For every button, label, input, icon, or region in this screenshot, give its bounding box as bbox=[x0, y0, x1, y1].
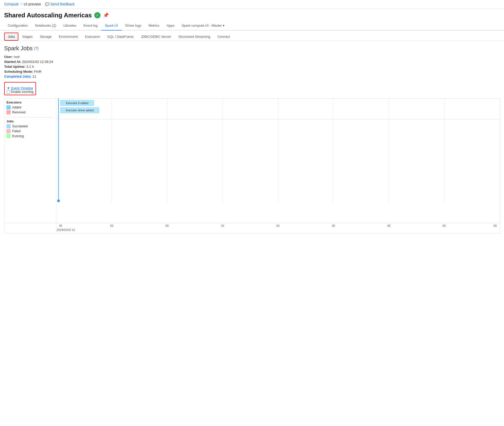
spark-nav-structured-streaming[interactable]: Structured Streaming bbox=[175, 33, 214, 41]
breadcrumb-compute[interactable]: Compute bbox=[4, 2, 19, 6]
main-nav-event-log[interactable]: Event log bbox=[80, 21, 101, 31]
spark-jobs-title: Spark Jobs (?) bbox=[4, 45, 500, 52]
grid-line-1 bbox=[112, 99, 112, 119]
main-nav-driver-logs[interactable]: Driver logs bbox=[122, 21, 145, 31]
status-icon: ✓ bbox=[94, 12, 100, 18]
pin-icon[interactable]: 📌 bbox=[103, 12, 109, 18]
main-nav-configuration[interactable]: Configuration bbox=[4, 21, 31, 31]
spark-nav-executors[interactable]: Executors bbox=[81, 33, 104, 41]
legend-label-running: Running bbox=[12, 134, 24, 138]
grid-lines-jobs bbox=[56, 119, 500, 202]
grid-line-j5 bbox=[333, 119, 334, 202]
event-timeline-section: ▼ Event Timeline Enable zooming bbox=[4, 82, 36, 95]
main-nav-spark-compute[interactable]: Spark compute UI - Master ▾ bbox=[178, 21, 228, 31]
jobs-legend-title: Jobs bbox=[6, 120, 54, 123]
x-label-1: 50 bbox=[110, 224, 113, 227]
grid-line-j1 bbox=[112, 119, 112, 202]
x-label-4: 20 bbox=[276, 224, 279, 227]
completed-row: Completed Jobs: 11 bbox=[4, 75, 500, 78]
started-value: 2024/01/02 12:39:24 bbox=[22, 60, 53, 64]
uptime-label: Total Uptime: bbox=[4, 65, 25, 69]
executor-driver-box[interactable]: Executor driver added bbox=[60, 107, 99, 113]
jobs-legend-section: Jobs Succeeded Failed Running bbox=[6, 120, 54, 138]
legend-label-added: Added bbox=[12, 106, 21, 109]
legend-item-succeeded: Succeeded bbox=[6, 124, 54, 128]
user-label: User: bbox=[4, 55, 13, 59]
scheduling-label: Scheduling Mode: bbox=[4, 70, 33, 74]
main-nav-notebooks[interactable]: Notebooks (2) bbox=[31, 21, 60, 31]
timeline-dot bbox=[57, 200, 60, 202]
legend-color-added bbox=[6, 105, 11, 109]
x-label-8: 00 bbox=[494, 224, 497, 227]
x-label-5: 30 bbox=[332, 224, 335, 227]
event-timeline-link[interactable]: Event Timeline bbox=[11, 86, 33, 90]
x-label-3: 10 bbox=[221, 224, 224, 227]
grid-line-2 bbox=[167, 99, 167, 119]
legend-color-succeeded bbox=[6, 124, 11, 128]
grid-line-6 bbox=[389, 99, 389, 119]
uptime-row: Total Uptime: 3.1 h bbox=[4, 65, 500, 69]
grid-line-3 bbox=[222, 99, 223, 119]
spark-nav-environment[interactable]: Environment bbox=[55, 33, 82, 41]
spark-nav-stages[interactable]: Stages bbox=[18, 33, 36, 41]
grid-line-4 bbox=[278, 99, 278, 119]
main-nav-apps[interactable]: Apps bbox=[163, 21, 178, 31]
timeline-vertical-exec bbox=[58, 99, 59, 119]
uptime-value: 3.1 h bbox=[26, 65, 34, 69]
timeline-vertical-jobs bbox=[58, 119, 59, 202]
legend-color-failed bbox=[6, 129, 11, 133]
completed-value: 11 bbox=[32, 75, 36, 78]
enable-zooming-label: Enable zooming bbox=[11, 90, 33, 94]
grid-line-j3 bbox=[222, 119, 223, 202]
timeline-grid: Executors Added Removed Jobs Succ bbox=[4, 99, 500, 223]
grid-line-j2 bbox=[167, 119, 167, 202]
feedback-label: Send feedback bbox=[51, 2, 75, 6]
grid-line-j4 bbox=[278, 119, 278, 202]
grid-line-7 bbox=[444, 99, 444, 119]
completed-label[interactable]: Completed Jobs: bbox=[4, 75, 31, 78]
timeline-legend: Executors Added Removed Jobs Succ bbox=[4, 99, 56, 223]
legend-label-removed: Removed bbox=[12, 111, 25, 114]
main-nav-spark-ui[interactable]: Spark UI bbox=[101, 21, 122, 31]
x-label-6: 40 bbox=[387, 224, 390, 227]
feedback-icon: 💬 bbox=[45, 2, 49, 6]
breadcrumb-separator: > bbox=[20, 2, 22, 6]
executors-legend-section: Executors Added Removed bbox=[6, 101, 54, 117]
grid-lines-exec bbox=[56, 99, 500, 119]
main-nav: Configuration Notebooks (2) Libraries Ev… bbox=[0, 21, 504, 31]
topbar: Compute > UI preview 💬 Send feedback bbox=[0, 0, 504, 9]
main-nav-metrics[interactable]: Metrics bbox=[145, 21, 163, 31]
x-label-2: 00 bbox=[165, 224, 169, 227]
executors-legend-title: Executors bbox=[6, 101, 54, 104]
timeline-container: Executors Added Removed Jobs Succ bbox=[4, 98, 500, 234]
x-label-0: 40 bbox=[59, 224, 62, 227]
x-label-7: 50 bbox=[443, 224, 446, 227]
x-axis-legend-space bbox=[4, 223, 56, 233]
jobs-rows bbox=[56, 119, 500, 202]
content-area: Spark Jobs (?) User: root Started At: 20… bbox=[0, 41, 504, 238]
user-row: User: root bbox=[4, 55, 500, 59]
grid-line-5 bbox=[333, 99, 334, 119]
enable-zooming-row: Enable zooming bbox=[7, 90, 33, 94]
executor-0-box[interactable]: Executor 0 added bbox=[60, 100, 94, 106]
help-link[interactable]: (?) bbox=[34, 46, 39, 50]
enable-zooming-checkbox[interactable] bbox=[7, 90, 10, 94]
page-title: Shared Autoscaling Americas bbox=[4, 12, 92, 19]
spark-nav-jobs[interactable]: Jobs bbox=[4, 33, 18, 41]
started-row: Started At: 2024/01/02 12:39:24 bbox=[4, 60, 500, 64]
spark-nav-connect[interactable]: Connect bbox=[214, 33, 234, 41]
breadcrumb: Compute > UI preview bbox=[4, 2, 41, 6]
main-nav-libraries[interactable]: Libraries bbox=[60, 21, 80, 31]
grid-line-j7 bbox=[444, 119, 444, 202]
user-value: root bbox=[14, 55, 19, 59]
legend-color-running bbox=[6, 134, 11, 138]
send-feedback-button[interactable]: 💬 Send feedback bbox=[45, 2, 75, 6]
spark-nav-storage[interactable]: Storage bbox=[36, 33, 55, 41]
scheduling-row: Scheduling Mode: FAIR bbox=[4, 70, 500, 74]
spark-nav: Jobs Stages Storage Environment Executor… bbox=[0, 31, 504, 41]
spark-nav-sql[interactable]: SQL / DataFrame bbox=[104, 33, 137, 41]
timeline-chart: Executor 0 added Executor driver added bbox=[56, 99, 500, 223]
spark-nav-jdbc[interactable]: JDBC/ODBC Server bbox=[137, 33, 175, 41]
event-timeline-header: ▼ Event Timeline bbox=[7, 86, 33, 90]
grid-line-j6 bbox=[389, 119, 389, 202]
